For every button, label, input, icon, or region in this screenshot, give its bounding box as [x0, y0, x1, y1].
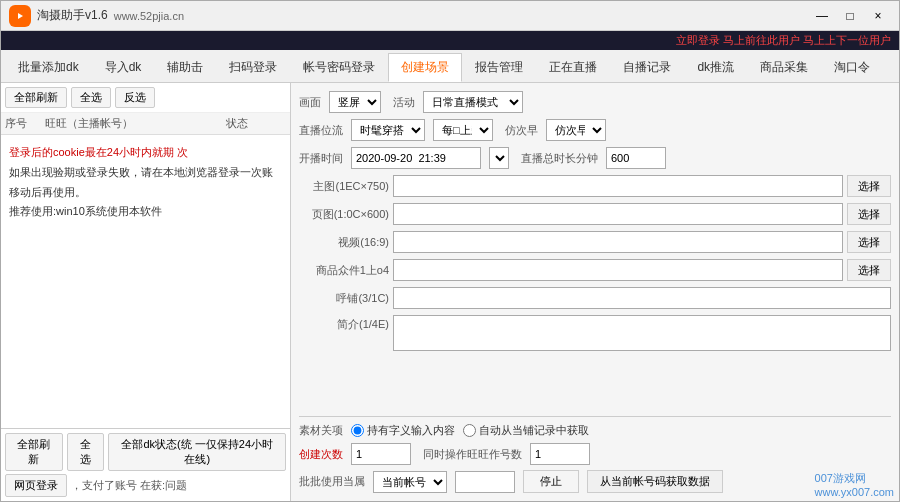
radio-custom-label: 持有字义输入内容 — [367, 423, 455, 438]
tab-live[interactable]: 正在直播 — [536, 53, 610, 82]
call-label: 呼铺(3/1C) — [299, 291, 389, 306]
material-row: 素材关项 持有字义输入内容 自动从当铺记录中获取 — [299, 423, 891, 438]
close-button[interactable]: × — [865, 6, 891, 26]
current-select[interactable]: 当前帐号 — [373, 471, 447, 493]
call-row: 呼铺(3/1C) — [299, 287, 891, 309]
intro-row: 简介(1/4E) — [299, 315, 891, 410]
tab-taokouling[interactable]: 淘口令 — [821, 53, 883, 82]
radio-custom[interactable]: 持有字义输入内容 — [351, 423, 455, 438]
encoder-label: 直播位流 — [299, 123, 343, 138]
main-image-label: 主图(1EC×750) — [299, 179, 389, 194]
account-row: 批批使用当属 当前帐号 停止 从当前帐号码获取数据 — [299, 470, 891, 493]
nav-bar: 批量添加dk 导入dk 辅助击 扫码登录 帐号密码登录 创建场景 报告管理 正在… — [1, 50, 899, 83]
notice-line2: 如果出现验期或登录失败，请在本地浏览器登录一次账移动后再使用。 — [9, 163, 282, 203]
table-header: 序号 旺旺（主播帐号） 状态 — [1, 113, 290, 135]
tab-records[interactable]: 自播记录 — [610, 53, 684, 82]
tab-products[interactable]: 商品采集 — [747, 53, 821, 82]
main-image-input[interactable] — [393, 175, 843, 197]
sync-label: 同时操作旺旺作号数 — [423, 447, 522, 462]
tab-qr-login[interactable]: 扫码登录 — [216, 53, 290, 82]
maximize-button[interactable]: □ — [837, 6, 863, 26]
screen-select[interactable]: 竖屏 — [329, 91, 381, 113]
left-toolbar: 全部刷新 全选 反选 — [1, 83, 290, 113]
refresh-all-button[interactable]: 全部刷新 — [5, 87, 67, 108]
invert-select-button[interactable]: 反选 — [115, 87, 155, 108]
cover-image-input[interactable] — [393, 203, 843, 225]
video-select-button[interactable]: 选择 — [847, 231, 891, 253]
tab-import[interactable]: 导入dk — [92, 53, 155, 82]
main-content: 全部刷新 全选 反选 序号 旺旺（主播帐号） 状态 登录后的cookie最在24… — [1, 83, 899, 501]
screen-label: 画面 — [299, 95, 321, 110]
alert-bar: 立即登录 马上前往此用户 马上上下一位用户 — [1, 31, 899, 50]
fps-select[interactable]: 每□上新 — [433, 119, 493, 141]
alert-text: 立即登录 马上前往此用户 马上上下一位用户 — [676, 34, 891, 46]
duration-input[interactable] — [606, 147, 666, 169]
product-label: 商品众件1上o4 — [299, 263, 389, 278]
activity-label: 活动 — [393, 95, 415, 110]
title-left: 淘摄助手v1.6 www.52pjia.cn — [9, 5, 184, 27]
radio-custom-input[interactable] — [351, 424, 364, 437]
duration-label: 直播总时长分钟 — [521, 151, 598, 166]
main-image-select-button[interactable]: 选择 — [847, 175, 891, 197]
time-picker[interactable]: ▼ — [489, 147, 509, 169]
radio-group: 持有字义输入内容 自动从当铺记录中获取 — [351, 423, 589, 438]
app-subtitle: www.52pjia.cn — [114, 10, 184, 22]
product-input[interactable] — [393, 259, 843, 281]
tab-pwd-login[interactable]: 帐号密码登录 — [290, 53, 388, 82]
screen-row: 画面 竖屏 活动 日常直播模式 — [299, 91, 891, 113]
full-refresh-button[interactable]: 全部刷新 — [5, 433, 63, 471]
col-status-header: 状态 — [226, 116, 286, 131]
title-controls: — □ × — [809, 6, 891, 26]
encoder-row: 直播位流 时髦穿搭 每□上新 仿次早 仿次早 — [299, 119, 891, 141]
col-wangwang-header: 旺旺（主播帐号） — [45, 116, 226, 131]
activity-select[interactable]: 日常直播模式 — [423, 91, 523, 113]
save-label: 仿次早 — [505, 123, 538, 138]
radio-auto-label: 自动从当铺记录中获取 — [479, 423, 589, 438]
tab-assist[interactable]: 辅助击 — [154, 53, 216, 82]
intro-label: 简介(1/4E) — [299, 317, 389, 332]
tab-stream[interactable]: dk推流 — [684, 53, 747, 82]
interval-label: 创建次数 — [299, 447, 343, 462]
tab-create-scene[interactable]: 创建场景 — [388, 53, 462, 82]
cover-image-select-button[interactable]: 选择 — [847, 203, 891, 225]
radio-auto[interactable]: 自动从当铺记录中获取 — [463, 423, 589, 438]
notice-area: 登录后的cookie最在24小时内就期 次 如果出现验期或登录失败，请在本地浏览… — [1, 135, 290, 428]
full-status-button[interactable]: 全部dk状态(统 一仅保持24小时在线) — [108, 433, 286, 471]
material-label: 素材关项 — [299, 423, 343, 438]
watermark: 007游戏网www.yx007.com — [815, 471, 894, 498]
video-input[interactable] — [393, 231, 843, 253]
video-label: 视频(16:9) — [299, 235, 389, 250]
call-input[interactable] — [393, 287, 891, 309]
cover-image-row: 页图(1:0C×600) 选择 — [299, 203, 891, 225]
notice-line1: 登录后的cookie最在24小时内就期 次 — [9, 143, 282, 163]
col-seq-header: 序号 — [5, 116, 45, 131]
right-panel: 画面 竖屏 活动 日常直播模式 直播位流 时髦穿搭 每□上新 仿次早 — [291, 83, 899, 501]
start-button[interactable]: 从当前帐号码获取数据 — [587, 470, 723, 493]
network-info: ，支付了账号 在获:问题 — [71, 478, 187, 493]
intro-wrapper — [393, 315, 891, 351]
current-label: 批批使用当属 — [299, 474, 365, 489]
app-icon — [9, 5, 31, 27]
tab-report[interactable]: 报告管理 — [462, 53, 536, 82]
interval-input[interactable] — [351, 443, 411, 465]
product-select-button[interactable]: 选择 — [847, 259, 891, 281]
intro-textarea[interactable] — [393, 315, 891, 351]
interval-row: 创建次数 同时操作旺旺作号数 — [299, 443, 891, 465]
full-select-button[interactable]: 全选 — [67, 433, 105, 471]
left-panel: 全部刷新 全选 反选 序号 旺旺（主播帐号） 状态 登录后的cookie最在24… — [1, 83, 291, 501]
select-all-button[interactable]: 全选 — [71, 87, 111, 108]
sync-input[interactable] — [530, 443, 590, 465]
current-input[interactable] — [455, 471, 515, 493]
start-time-input[interactable] — [351, 147, 481, 169]
time-row: 开播时间 ▼ 直播总时长分钟 — [299, 147, 891, 169]
minimize-button[interactable]: — — [809, 6, 835, 26]
network-login-button[interactable]: 网页登录 — [5, 474, 67, 497]
encoder-select[interactable]: 时髦穿搭 — [351, 119, 425, 141]
tab-batch-add[interactable]: 批量添加dk — [5, 53, 92, 82]
bottom-row-1: 全部刷新 全选 全部dk状态(统 一仅保持24小时在线) — [5, 433, 286, 471]
left-bottom: 全部刷新 全选 全部dk状态(统 一仅保持24小时在线) 网页登录 ，支付了账号… — [1, 428, 290, 501]
stop-button[interactable]: 停止 — [523, 470, 579, 493]
bottom-form: 素材关项 持有字义输入内容 自动从当铺记录中获取 创建次数 — [299, 416, 891, 493]
save-select[interactable]: 仿次早 — [546, 119, 606, 141]
radio-auto-input[interactable] — [463, 424, 476, 437]
